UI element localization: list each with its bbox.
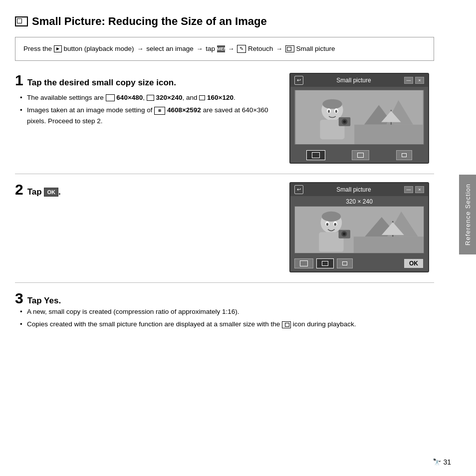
step-separator-1 — [15, 174, 434, 174]
step-1-title: Tap the desired small copy size icon. — [27, 77, 176, 88]
step-1-left: 1 Tap the desired small copy size icon. … — [15, 73, 279, 129]
size-lg-icon — [106, 94, 115, 101]
page-num-text: 31 — [443, 458, 451, 466]
menu-icon: MENU — [217, 45, 225, 52]
cam-back-btn-1[interactable]: ↩ — [294, 76, 303, 85]
cam-illustration-2 — [295, 206, 424, 253]
svg-point-15 — [343, 120, 346, 123]
retouch-icon — [237, 45, 246, 53]
svg-rect-19 — [354, 237, 424, 253]
size-icon-small — [402, 153, 407, 157]
size-sm-icon — [199, 95, 205, 100]
step-2-screen: ↩ Small picture — × 320 × 240 — [289, 182, 434, 272]
small-copy-icon — [282, 321, 291, 328]
page-title-text: Small Picture: Reducing the Size of an I… — [32, 15, 267, 28]
cam-footer-2: OK — [290, 255, 428, 271]
step-1-row: 1 Tap the desired small copy size icon. … — [15, 73, 434, 164]
cam-close-btn-2[interactable]: × — [415, 186, 424, 193]
step-separator-2 — [15, 282, 434, 283]
step-1-header: 1 Tap the desired small copy size icon. — [15, 73, 279, 88]
binoculars-icon: 🔭 — [433, 458, 441, 466]
cam-header-1: ↩ Small picture — × — [290, 74, 428, 87]
ok-icon-inline: OK — [44, 188, 58, 197]
step-3-row: 3 Tap Yes. A new, small copy is created … — [15, 291, 434, 332]
page-number: 🔭 31 — [433, 458, 451, 466]
size-icon2-large — [300, 260, 308, 266]
cam-size-text: 320 × 240 — [290, 198, 428, 205]
step-2-header: 2 Tap OK. — [15, 182, 279, 198]
size-icon-large — [312, 152, 320, 158]
cam-image-2 — [294, 206, 424, 253]
step-3-bullet-2: Copies created with the small picture fu… — [20, 319, 434, 330]
step-1-bullets: The available settings are 640×480, 320×… — [15, 92, 279, 127]
small-picture-title-icon — [15, 16, 28, 26]
step-3-number: 3 — [15, 291, 23, 306]
svg-point-27 — [326, 223, 328, 226]
size-icon2-medium — [322, 261, 328, 266]
svg-point-28 — [334, 223, 336, 226]
size-btn2-large[interactable] — [294, 258, 313, 268]
svg-point-12 — [335, 110, 337, 113]
camera-screen-1: ↩ Small picture — × — [289, 73, 429, 164]
svg-point-11 — [328, 110, 330, 113]
step-2-left: 2 Tap OK. — [15, 182, 279, 198]
camera-screen-2: ↩ Small picture — × 320 × 240 — [289, 182, 429, 272]
page-title: Small Picture: Reducing the Size of an I… — [15, 15, 434, 28]
step-1-bullet-1: The available settings are 640×480, 320×… — [20, 92, 279, 103]
step-3-left: 3 Tap Yes. A new, small copy is created … — [15, 291, 434, 332]
hi-res-icon: ⊞ — [154, 107, 165, 115]
instruction-text: Press the button (playback mode) → selec… — [23, 45, 335, 52]
step-3-bullet-1: A new, small copy is created (compressio… — [20, 306, 434, 317]
step-2-number: 2 — [15, 182, 23, 197]
sidebar-tab: Reference Section — [459, 175, 476, 254]
page-content: Small Picture: Reducing the Size of an I… — [0, 0, 454, 357]
small-pic-icon — [285, 45, 294, 52]
size-icon2-small — [342, 261, 347, 265]
sidebar-label: Reference Section — [464, 184, 472, 245]
cam-back-btn-2[interactable]: ↩ — [294, 185, 303, 194]
step-3-bullets: A new, small copy is created (compressio… — [15, 306, 434, 330]
size-icon-medium — [357, 153, 364, 158]
ok-button[interactable]: OK — [403, 258, 424, 269]
step-3-body: A new, small copy is created (compressio… — [15, 306, 434, 330]
svg-point-23 — [322, 212, 341, 222]
cam-image-1 — [294, 90, 424, 145]
cam-footer-2-size-btns — [294, 258, 353, 268]
cam-title-2: Small picture — [336, 186, 371, 193]
size-btn-small[interactable] — [396, 150, 412, 160]
svg-point-7 — [322, 99, 342, 109]
cam-title-1: Small picture — [336, 77, 371, 84]
cam-close-btns-1: — × — [404, 77, 424, 84]
playback-icon — [54, 45, 62, 52]
cam-illustration-1 — [295, 90, 424, 144]
size-btn2-small[interactable] — [337, 258, 353, 268]
step-1-body: The available settings are 640×480, 320×… — [15, 92, 279, 127]
size-md-icon — [147, 95, 154, 101]
cam-header-2: ↩ Small picture — × — [290, 183, 428, 196]
step-1-bullet-2: Images taken at an image mode setting of… — [20, 105, 279, 126]
size-btn2-medium[interactable] — [316, 258, 334, 268]
step-2-title: Tap OK. — [27, 187, 61, 198]
svg-rect-3 — [354, 125, 423, 144]
step-3-title: Tap Yes. — [27, 295, 61, 306]
svg-point-31 — [343, 233, 346, 236]
step-2-row: 2 Tap OK. ↩ Small picture — × 320 × 240 — [15, 182, 434, 272]
step-1-screen: ↩ Small picture — × — [289, 73, 434, 164]
instruction-box: Press the button (playback mode) → selec… — [15, 37, 434, 61]
size-btn-large[interactable] — [306, 150, 325, 160]
cam-min-btn-1[interactable]: — — [404, 77, 413, 84]
step-1-number: 1 — [15, 73, 23, 88]
size-btn-medium[interactable] — [352, 150, 369, 160]
cam-footer-1 — [290, 148, 428, 163]
cam-min-btn-2[interactable]: — — [404, 186, 413, 193]
cam-close-btn-1[interactable]: × — [415, 77, 424, 84]
step-3-header: 3 Tap Yes. — [15, 291, 434, 306]
cam-close-btns-2: — × — [404, 186, 424, 193]
